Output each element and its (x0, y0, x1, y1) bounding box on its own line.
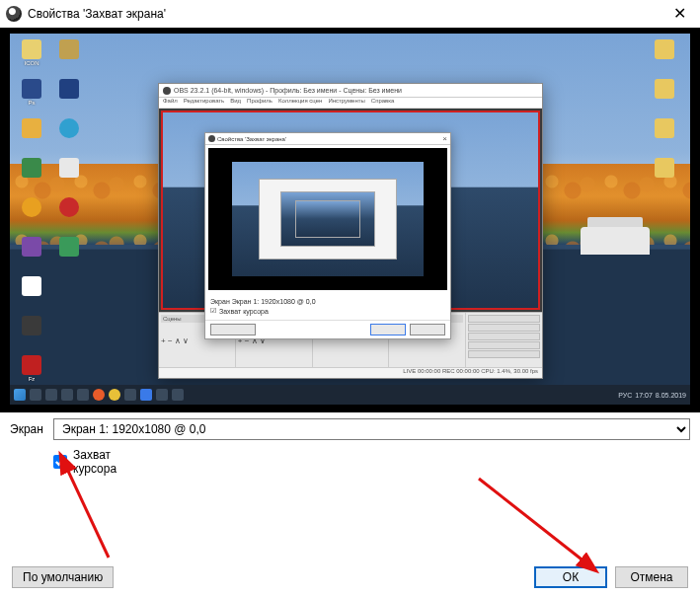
properties-form: Экран Экран 1: 1920x1080 @ 0,0 Захват ку… (0, 412, 700, 485)
inner-dlg-preview (208, 148, 447, 290)
taskbar-icon (61, 389, 73, 401)
svg-line-1 (479, 479, 585, 562)
menu-item: Справка (371, 98, 395, 108)
desktop-icon (53, 197, 85, 233)
cancel-button[interactable]: Отмена (615, 566, 688, 588)
panel-buttons (466, 313, 542, 367)
inner-ok-button (370, 324, 406, 335)
menu-item: Вид (230, 98, 241, 108)
taskbar-icon (156, 389, 168, 401)
taskbar-icon (45, 389, 57, 401)
desktop-icon (16, 158, 47, 193)
start-button-icon (14, 389, 26, 401)
desktop-icon (16, 276, 47, 312)
taskbar-icon (124, 389, 136, 401)
inner-obs-body: Свойства 'Захват экрана' × Экран Экран 1… (159, 109, 542, 312)
menu-item: Инструменты (328, 98, 364, 108)
menu-item: Профиль (247, 98, 272, 108)
obs-app-icon (6, 6, 22, 22)
desktop-icon (649, 158, 680, 193)
windows-taskbar: РУС17:078.05.2019 (10, 385, 690, 405)
inner-obs-title: OBS 23.2.1 (64-bit, windows) - Профиль: … (174, 87, 402, 94)
desktop-icon (53, 158, 85, 193)
inner-dlg-screen-row: Экран Экран 1: 1920x1080 @ 0,0 (210, 298, 445, 305)
scenery-boat (581, 227, 650, 255)
obs-app-icon (163, 87, 171, 95)
screen-label: Экран (10, 422, 47, 436)
inner-cancel-button (410, 324, 445, 335)
desktop-icon: Ps (16, 79, 47, 114)
desktop-icon (16, 118, 47, 154)
taskbar-icon (77, 389, 89, 401)
menu-item: Редактировать (184, 98, 224, 108)
capture-cursor-checkbox[interactable] (53, 455, 67, 469)
default-button[interactable]: По умолчанию (12, 566, 114, 588)
desktop-icon: ICON (16, 39, 47, 75)
menu-item: Файл (163, 98, 178, 108)
desktop-icon (53, 118, 85, 154)
inner-properties-dialog: Свойства 'Захват экрана' × Экран Экран 1… (204, 132, 451, 339)
inner-dlg-cursor-row: ☑Захват курсора (210, 307, 445, 315)
desktop-icon (649, 79, 680, 114)
ok-button[interactable]: ОК (534, 566, 607, 588)
inner-obs-preview: Свойства 'Захват экрана' × Экран Экран 1… (163, 112, 538, 308)
inner-obs-titlebar: OBS 23.2.1 (64-bit, windows) - Профиль: … (159, 84, 542, 98)
inner-default-button (210, 324, 256, 335)
inner-obs-menubar: Файл Редактировать Вид Профиль Коллекция… (159, 98, 542, 109)
dialog-footer: По умолчанию ОК Отмена (0, 566, 700, 588)
desktop-icon (649, 118, 680, 154)
taskbar-icon (109, 389, 120, 401)
desktop-icon (16, 237, 47, 272)
screen-preview: ICON Ps Fz OBS 23.2.1 (64-bit, windows) … (10, 34, 690, 405)
screen-select[interactable]: Экран 1: 1920x1080 @ 0,0 (53, 418, 690, 440)
titlebar: Свойства 'Захват экрана' ✕ (0, 0, 700, 28)
capture-cursor-label: Захват курсора (73, 448, 111, 476)
desktop-icon (53, 39, 85, 75)
inner-dlg-title: Свойства 'Захват экрана' (217, 136, 286, 142)
taskbar-icon (140, 389, 152, 401)
taskbar-icon (172, 389, 184, 401)
close-icon: × (442, 134, 447, 143)
desktop-icon (16, 316, 47, 351)
desktop-icon (16, 197, 47, 233)
obs-app-icon (208, 135, 215, 142)
close-icon[interactable]: ✕ (665, 4, 694, 24)
system-tray: РУС17:078.05.2019 (618, 392, 686, 399)
cursor-row: Захват курсора (53, 448, 690, 476)
inner-obs-status: LIVE 00:00:00 REC 00:00:00 CPU: 1.4%, 30… (159, 367, 542, 378)
window-title: Свойства 'Захват экрана' (28, 7, 665, 21)
desktop-icon (53, 237, 85, 272)
inner-obs-window: OBS 23.2.1 (64-bit, windows) - Профиль: … (158, 83, 543, 379)
taskbar-icon (30, 389, 41, 401)
preview-area: ICON Ps Fz OBS 23.2.1 (64-bit, windows) … (0, 28, 700, 412)
taskbar-icon (93, 389, 105, 401)
desktop-icon (53, 79, 85, 114)
desktop-icon (649, 39, 680, 75)
menu-item: Коллекция сцен (278, 98, 322, 108)
screen-row: Экран Экран 1: 1920x1080 @ 0,0 (10, 418, 690, 440)
